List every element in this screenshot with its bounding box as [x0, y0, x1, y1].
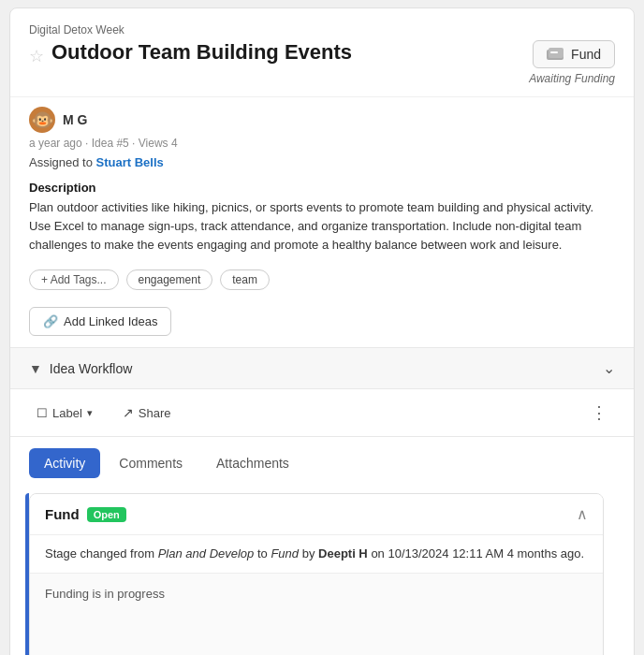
stage-change-text: Stage changed from Plan and Develop to F… — [45, 545, 588, 563]
tags-section: + Add Tags... engagement team — [10, 266, 634, 303]
construction-icon — [260, 634, 373, 655]
activity-card-title: Fund — [45, 506, 80, 522]
fund-button-label: Fund — [571, 47, 601, 62]
stage-from: Plan and Develop — [158, 546, 255, 560]
tag-engagement[interactable]: engagement — [126, 269, 213, 290]
workflow-chevron-icon: ⌄ — [603, 359, 615, 377]
tab-comments[interactable]: Comments — [104, 448, 198, 478]
awaiting-funding-label: Awaiting Funding — [529, 72, 615, 85]
action-bar: ☐ Label ▾ ↗ Share ⋮ — [10, 389, 634, 437]
label-button[interactable]: ☐ Label ▾ — [29, 402, 100, 424]
share-button[interactable]: ↗ Share — [115, 401, 179, 424]
activity-section: Fund Open ∧ Stage changed from Plan and … — [10, 478, 634, 655]
activity-note: Funding is in progress — [30, 574, 603, 655]
more-options-button[interactable]: ⋮ — [583, 399, 615, 427]
fund-icon — [547, 48, 565, 61]
tab-attachments[interactable]: Attachments — [201, 448, 304, 478]
open-badge: Open — [87, 507, 126, 522]
changed-by: Deepti H — [318, 546, 368, 560]
author-name: M G — [63, 112, 87, 127]
avatar: 🐵 — [29, 107, 55, 133]
label-button-text: Label — [52, 406, 82, 420]
tabs-section: Activity Comments Attachments — [10, 437, 634, 478]
left-accent — [25, 493, 29, 655]
share-icon: ↗ — [123, 405, 134, 420]
add-tags-button[interactable]: + Add Tags... — [29, 269, 119, 290]
linked-ideas-label: Add Linked Ideas — [64, 314, 157, 328]
filter-icon: ▼ — [29, 361, 42, 376]
star-icon[interactable]: ☆ — [29, 46, 44, 66]
page-title: Outdoor Team Building Events — [51, 40, 514, 65]
linked-ideas-section: 🔗 Add Linked Ideas — [10, 303, 634, 347]
category-label: Digital Detox Week — [29, 23, 615, 36]
collapse-icon[interactable]: ∧ — [577, 505, 588, 523]
assigned-link[interactable]: Stuart Bells — [96, 155, 164, 169]
activity-card-wrapper: Fund Open ∧ Stage changed from Plan and … — [25, 493, 619, 655]
tag-team[interactable]: team — [220, 269, 270, 290]
avatar-emoji: 🐵 — [31, 110, 54, 129]
activity-card-header: Fund Open ∧ — [30, 494, 603, 535]
label-checkbox-icon: ☐ — [37, 406, 48, 420]
stage-to: Fund — [271, 546, 299, 560]
assigned-row: Assigned to Stuart Bells — [29, 155, 615, 169]
label-chevron-icon: ▾ — [87, 407, 93, 419]
linked-ideas-button[interactable]: 🔗 Add Linked Ideas — [29, 307, 171, 336]
under-construction-icon-area — [45, 616, 588, 655]
meta-info: a year ago · Idea #5 · Views 4 — [29, 137, 615, 150]
workflow-section[interactable]: ▼ Idea Workflow ⌄ — [10, 347, 634, 389]
fund-area: Fund Awaiting Funding — [529, 40, 615, 85]
share-button-text: Share — [139, 406, 171, 420]
activity-card: Fund Open ∧ Stage changed from Plan and … — [29, 493, 604, 655]
changed-date: on 10/13/2024 12:11 AM 4 months ago. — [371, 546, 584, 560]
workflow-left: ▼ Idea Workflow — [29, 361, 132, 376]
svg-rect-2 — [550, 51, 558, 53]
tab-activity[interactable]: Activity — [29, 448, 100, 478]
workflow-label: Idea Workflow — [50, 361, 132, 376]
link-icon: 🔗 — [43, 314, 58, 328]
activity-card-body: Stage changed from Plan and Develop to F… — [30, 535, 603, 574]
fund-button[interactable]: Fund — [533, 40, 615, 68]
description-text: Plan outdoor activities like hiking, pic… — [29, 198, 615, 255]
note-text: Funding is in progress — [45, 587, 588, 601]
assigned-prefix: Assigned to — [29, 155, 93, 169]
activity-card-header-left: Fund Open — [45, 506, 126, 522]
description-title: Description — [29, 181, 615, 195]
